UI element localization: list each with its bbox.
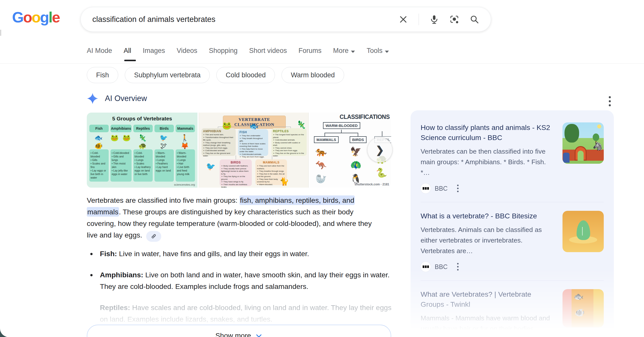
connector-line <box>325 133 325 136</box>
logo-letter: g <box>40 9 49 26</box>
source-card[interactable]: What are Vertebrates? | Vertebrate Group… <box>421 289 604 337</box>
window-edge-artifact <box>0 30 1 36</box>
carousel-image-vertebrate-classification[interactable]: VERTEBRATE CLASSIFICATION AMPHIBIAN➢ Thi… <box>199 113 309 188</box>
mammal-photos: 🐅 🦘 🦭 <box>315 145 327 186</box>
ai-overview-bullet-list: Fish: Live in water, have fins and gills… <box>96 248 393 334</box>
source-thumbnail[interactable]: 🐟 🐠 <box>562 289 604 327</box>
carousel-image-5-groups[interactable]: 5 Groups of Vertebrates Fish🐟 🐠• Cold-bl… <box>87 113 197 188</box>
stripe-graphic <box>593 289 604 327</box>
page-rounded-corner <box>0 317 16 337</box>
source-menu-button[interactable] <box>457 262 459 271</box>
ai-overview-sources-panel: How to classify plants and animals - KS2… <box>411 110 614 337</box>
column-header: Reptiles <box>133 125 153 132</box>
google-lens-icon[interactable] <box>450 15 459 24</box>
bullet-desc: Live in water, have fins and gills, and … <box>117 250 309 258</box>
tab-shopping[interactable]: Shopping <box>209 47 237 61</box>
tree-node-birds: BIRDS <box>350 136 367 143</box>
connector-line <box>382 131 382 136</box>
bullet-reptiles-faded: Reptiles: Have scales and are cold-blood… <box>96 302 393 325</box>
ai-overview-title: AI Overview <box>105 94 147 103</box>
logo-letter: o <box>23 9 32 26</box>
group-title: REPTILES <box>273 129 305 133</box>
mammal-illustrations: 🚶 🦊 <box>176 132 195 149</box>
infographic-title: CLASSIFICATIONS OF VE <box>340 114 391 120</box>
tab-more[interactable]: More <box>333 47 355 61</box>
source-name: BBC <box>435 263 448 271</box>
result-tabs: AI Mode All Images Videos Shopping Short… <box>87 47 389 61</box>
bullet-term: Amphibians: <box>100 271 143 279</box>
logo-letter: o <box>31 9 40 26</box>
bird-illustrations: 🐦 🕊 <box>154 132 174 149</box>
search-icon[interactable] <box>470 15 479 24</box>
search-input[interactable] <box>92 15 398 24</box>
bullet-fish: Fish: Live in water, have fins and gills… <box>96 248 393 259</box>
tab-tools[interactable]: Tools <box>367 47 389 61</box>
tab-all[interactable]: All <box>124 47 131 61</box>
source-thumbnail[interactable] <box>562 211 604 252</box>
bird-photos: 🦅 🦚 🐧 <box>350 145 361 186</box>
source-snippet: Vertebrates. Animals can be classified a… <box>421 224 556 256</box>
tab-short-videos[interactable]: Short videos <box>249 47 287 61</box>
ai-overview-image-carousel: 5 Groups of Vertebrates Fish🐟 🐠• Cold-bl… <box>87 113 391 188</box>
reptile-illustrations: 🦎 🐢 <box>133 132 153 149</box>
chip-fish[interactable]: Fish <box>87 67 118 83</box>
logo-letter: l <box>49 9 52 26</box>
clear-icon[interactable] <box>398 15 408 24</box>
fish-illustrations: 🐟 🐠 <box>89 132 109 149</box>
tab-videos[interactable]: Videos <box>177 47 197 61</box>
paragraph-text: . These groups are distinguished by key … <box>87 208 372 239</box>
bullet-term: Reptiles: <box>100 304 130 312</box>
source-menu-button[interactable] <box>457 184 459 193</box>
tab-ai-mode[interactable]: AI Mode <box>87 47 112 61</box>
microphone-icon[interactable] <box>429 15 439 24</box>
tab-forums[interactable]: Forums <box>298 47 321 61</box>
tabs-divider <box>0 63 644 64</box>
show-more-button[interactable]: Show more <box>87 325 391 337</box>
tree-node-mammals: MAMMALS <box>314 136 339 143</box>
chip-cold-blooded[interactable]: Cold blooded <box>216 67 275 83</box>
bbc-favicon <box>421 262 431 272</box>
paragraph-text: Vertebrates are classified into five mai… <box>87 196 239 204</box>
sun-graphic <box>597 124 601 128</box>
ai-overview-menu-button[interactable] <box>609 95 611 107</box>
chip-subphylum-vertebrata[interactable]: Subphylum vertebrata <box>125 67 210 83</box>
hummingbird-photo: 🐦 <box>206 162 215 171</box>
source-card[interactable]: What is a vertebrate? - BBC Bitesize Ver… <box>421 211 604 272</box>
source-snippet: Mammals - Mammals have warm blood and us… <box>421 313 556 334</box>
citation-link-button[interactable] <box>146 231 161 242</box>
tab-tools-label: Tools <box>367 47 382 54</box>
source-title[interactable]: What are Vertebrates? | Vertebrate Group… <box>421 289 556 309</box>
column-header: Mammals <box>176 125 195 132</box>
google-logo[interactable]: Google <box>12 9 60 26</box>
search-bar[interactable] <box>80 7 491 32</box>
source-thumbnail[interactable]: 🦓 <box>562 122 604 164</box>
connector-line <box>341 130 342 133</box>
show-more-label: Show more <box>215 332 251 337</box>
source-card[interactable]: How to classify plants and animals - KS2… <box>421 122 604 193</box>
column-header: Amphibians <box>110 125 132 132</box>
tab-more-label: More <box>333 47 349 54</box>
trait-list: • Warm-blooded • Lungs • Feathers • Lay … <box>154 149 174 182</box>
trait-list: • Cold-blooded • Lungs • Scales • Lay le… <box>133 149 153 182</box>
bullet-term: Fish: <box>100 250 117 258</box>
source-title[interactable]: What is a vertebrate? - BBC Bitesize <box>421 211 556 221</box>
chevron-down-icon <box>351 51 355 53</box>
card-divider <box>421 202 604 202</box>
shutterstock-watermark: shutterstock.com · 2181 <box>355 183 389 186</box>
source-name: BBC <box>435 185 448 192</box>
tab-images[interactable]: Images <box>143 47 165 61</box>
group-facts: ➢ They live underwater ➢ They breath thr… <box>239 134 267 158</box>
active-tab-underline <box>124 60 136 61</box>
sailfish-photo: 🐟 <box>249 122 259 130</box>
bullet-amphibians: Amphibians: Live on both land and in wat… <box>96 269 393 292</box>
ai-sparkle-icon <box>87 93 98 104</box>
amphibian-illustrations: 🐸 🐸 <box>110 132 132 149</box>
group-facts: ➢ Thin and humid skin. ➢ Transformation … <box>203 133 234 157</box>
carousel-next-button[interactable]: ❯ <box>367 137 392 162</box>
infographic-title: 5 Groups of Vertebrates <box>87 113 197 122</box>
image-credit: sciencenotes.org <box>174 183 195 186</box>
frog-photo: 🐸 <box>222 121 231 130</box>
chip-warm-blooded[interactable]: Warm blooded <box>281 67 344 83</box>
source-title[interactable]: How to classify plants and animals - KS2… <box>421 122 556 143</box>
bbc-favicon <box>421 183 431 193</box>
